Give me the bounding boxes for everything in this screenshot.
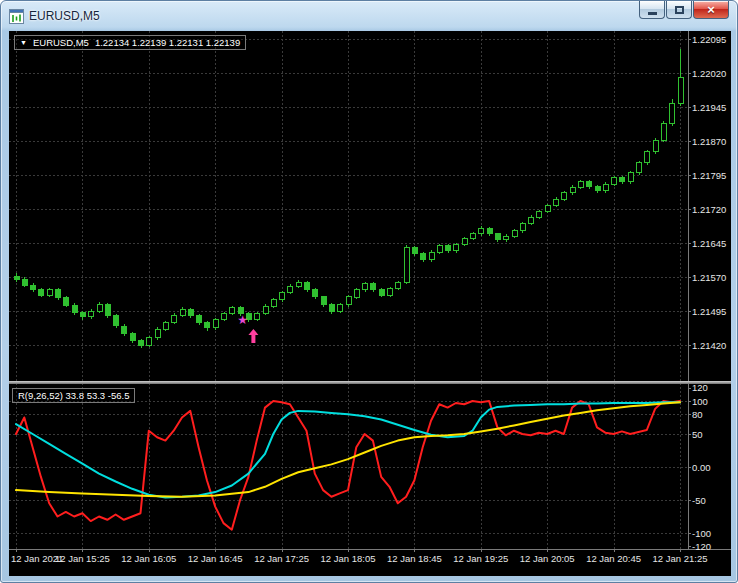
candlestick: [529, 215, 534, 225]
price-axis-label[interactable]: 1.21795: [692, 170, 726, 181]
candlestick: [412, 246, 417, 256]
arrow-up-marker[interactable]: [248, 329, 258, 343]
candlestick: [562, 191, 567, 201]
candlestick: [371, 282, 376, 292]
price-axis-label[interactable]: 1.21645: [692, 238, 726, 249]
indicator-label: R(9,26,52) 33.8 53.3 -56.5: [12, 388, 135, 403]
time-axis-label[interactable]: 12 Jan 17:25: [254, 553, 309, 564]
candlestick: [554, 197, 559, 207]
time-axis-label[interactable]: 12 Jan 18:45: [387, 553, 442, 564]
maximize-button[interactable]: [666, 1, 692, 19]
axis-labels: 1.220951.220201.219451.218701.217951.217…: [11, 34, 726, 565]
time-axis-label[interactable]: 12 Jan 15:25: [55, 553, 110, 564]
candlestick: [520, 222, 525, 233]
minimize-button[interactable]: [639, 1, 665, 19]
candlestick: [388, 287, 393, 297]
time-axis-label[interactable]: 12 Jan 20:05: [520, 553, 575, 564]
candlestick: [512, 229, 517, 238]
chart-canvas[interactable]: ★1.220951.220201.219451.218701.217951.21…: [9, 31, 731, 576]
candlestick: [645, 150, 650, 165]
price-axis-label[interactable]: 1.22095: [692, 34, 726, 45]
price-axis-label[interactable]: 1.21495: [692, 306, 726, 317]
candlestick: [114, 314, 119, 328]
candlestick: [545, 204, 550, 214]
time-axis-label[interactable]: 12 Jan 19:25: [453, 553, 508, 564]
candlestick: [379, 288, 384, 297]
price-axis-label[interactable]: 1.21570: [692, 272, 726, 283]
indicator-axis-label[interactable]: 0.00: [692, 462, 711, 473]
candlestick: [537, 210, 542, 220]
candlestick: [89, 309, 94, 319]
indicator-axis-label[interactable]: 80: [692, 409, 703, 420]
candlestick: [487, 227, 492, 237]
candlestick: [354, 288, 359, 299]
candlestick: [180, 307, 185, 317]
candlestick: [147, 336, 152, 347]
indicator-axis-label[interactable]: -120: [692, 541, 711, 552]
indicator-axis-label[interactable]: -100: [692, 528, 711, 539]
time-axis-label[interactable]: 12 Jan 20:45: [586, 553, 641, 564]
candlestick: [612, 176, 617, 186]
symbol-dropdown-icon[interactable]: ▼: [20, 39, 27, 46]
indicator-axis-label[interactable]: 100: [692, 396, 708, 407]
candlestick: [205, 321, 210, 331]
candlestick: [678, 49, 683, 105]
indicator-axis-label[interactable]: -50: [692, 495, 706, 506]
time-axis-label[interactable]: 12 Jan 18:05: [321, 553, 376, 564]
chart-window: EURUSD,M5 × ★1.220951.220201.219451.2187…: [0, 0, 738, 583]
star-marker[interactable]: ★: [237, 313, 248, 327]
titlebar[interactable]: EURUSD,M5 ×: [1, 1, 737, 31]
chart-client-area: ★1.220951.220201.219451.218701.217951.21…: [9, 31, 731, 576]
candlestick: [188, 308, 193, 318]
candlestick: [163, 321, 168, 331]
candlestick: [197, 314, 202, 324]
candlestick: [288, 284, 293, 294]
candlestick: [437, 244, 442, 254]
candles-layer: [14, 49, 683, 347]
chart-window-icon: [9, 9, 24, 24]
price-axis-label[interactable]: 1.21870: [692, 136, 726, 147]
candlestick: [363, 282, 368, 292]
candlestick: [653, 138, 658, 153]
candlestick: [230, 306, 235, 316]
candlestick: [31, 283, 36, 292]
candlestick: [56, 288, 61, 300]
candlestick: [271, 298, 276, 308]
symbol-label: EURUSD,M5: [33, 37, 89, 48]
candlestick: [139, 339, 144, 348]
candlestick: [628, 171, 633, 184]
window-title: EURUSD,M5: [29, 9, 100, 23]
candlestick: [462, 237, 467, 247]
candlestick: [587, 180, 592, 188]
candlestick: [404, 245, 409, 284]
price-axis-label[interactable]: 1.22020: [692, 68, 726, 79]
time-axis-label[interactable]: 12 Jan 16:45: [188, 553, 243, 564]
candlestick: [620, 176, 625, 184]
time-axis-label[interactable]: 12 Jan 21:25: [653, 553, 708, 564]
candlestick: [338, 303, 343, 314]
panel-splitter[interactable]: [9, 381, 731, 384]
candlestick: [72, 303, 77, 314]
candlestick: [122, 324, 127, 336]
candlestick: [155, 327, 160, 339]
candlestick: [329, 303, 334, 314]
candlestick: [280, 291, 285, 302]
candlestick: [263, 304, 268, 315]
indicator-axis-label[interactable]: 50: [692, 429, 703, 440]
close-button[interactable]: ×: [693, 1, 729, 19]
candlestick: [172, 313, 177, 324]
candlestick: [22, 277, 27, 287]
candlestick: [39, 288, 44, 298]
candlestick: [313, 288, 318, 299]
price-axis-label[interactable]: 1.21945: [692, 102, 726, 113]
window-controls: ×: [638, 1, 729, 19]
price-axis-label[interactable]: 1.21420: [692, 340, 726, 351]
price-axis-label[interactable]: 1.21720: [692, 204, 726, 215]
grid: [9, 31, 688, 549]
time-axis-label[interactable]: 12 Jan 16:05: [121, 553, 176, 564]
candlestick: [64, 296, 69, 307]
candlestick: [421, 252, 426, 262]
candlestick: [429, 250, 434, 261]
candlestick: [495, 233, 500, 243]
candlestick: [661, 121, 666, 142]
